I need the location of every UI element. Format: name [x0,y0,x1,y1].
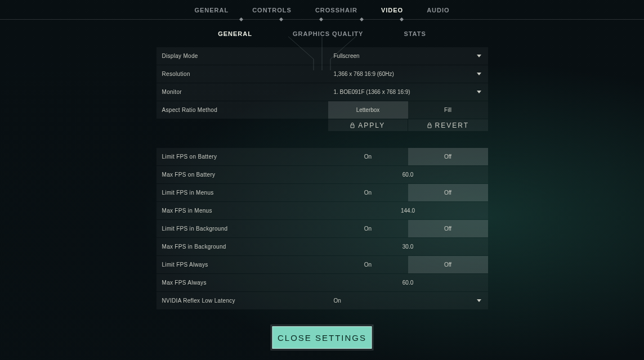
top-tab-bar: GENERAL CONTROLS CROSSHAIR VIDEO AUDIO [0,0,644,14]
chevron-down-icon [477,299,481,302]
close-settings-button[interactable]: CLOSE SETTINGS [272,326,372,349]
row-limit-fps-battery: Limit FPS on Battery On Off [156,148,488,165]
label-max-fps-always: Max FPS Always [156,280,328,286]
sub-tab-bar: GENERAL GRAPHICS QUALITY STATS [0,30,644,37]
toggle-limit-fps-bg-on[interactable]: On [328,220,408,237]
label-display-mode: Display Mode [156,53,328,59]
toggle-limit-fps-menus-off[interactable]: Off [408,184,488,201]
dropdown-display-mode[interactable]: Fullscreen [328,53,488,59]
value-max-fps-battery[interactable]: 60.0 [328,172,488,178]
label-limit-fps-bg: Limit FPS in Background [156,226,328,232]
tab-video[interactable]: VIDEO [381,7,403,14]
dropdown-monitor[interactable]: 1. BOE091F (1366 x 768 16:9) [328,89,488,95]
value-max-fps-menus[interactable]: 144.0 [328,208,488,214]
toggle-fill[interactable]: Fill [408,101,488,119]
settings-panel: Display Mode Fullscreen Resolution 1,366… [156,47,488,309]
toggle-limit-fps-always-on[interactable]: On [328,256,408,273]
chevron-down-icon [477,73,481,75]
toggle-limit-fps-menus-on[interactable]: On [328,184,408,201]
dropdown-resolution[interactable]: 1,366 x 768 16:9 (60Hz) [328,71,488,77]
lock-icon [427,123,432,128]
tab-crosshair[interactable]: CROSSHAIR [315,7,357,14]
value-max-fps-always[interactable]: 60.0 [328,280,488,286]
toggle-limit-fps-battery-off[interactable]: Off [408,148,488,165]
label-monitor: Monitor [156,89,328,95]
apply-button[interactable]: APPLY [328,119,408,131]
chevron-down-icon [477,91,481,93]
toggle-limit-fps-always-off[interactable]: Off [408,256,488,273]
label-max-fps-battery: Max FPS on Battery [156,172,328,178]
label-nvidia-reflex: NVIDIA Reflex Low Latency [156,298,328,304]
value-max-fps-bg[interactable]: 30.0 [328,244,488,250]
subtab-graphics[interactable]: GRAPHICS QUALITY [293,30,363,37]
tab-divider [0,16,644,24]
row-limit-fps-always: Limit FPS Always On Off [156,256,488,273]
row-limit-fps-bg: Limit FPS in Background On Off [156,220,488,237]
subtab-stats[interactable]: STATS [404,30,426,37]
label-aspect-ratio: Aspect Ratio Method [156,107,328,113]
tab-controls[interactable]: CONTROLS [252,7,292,14]
tab-general[interactable]: GENERAL [194,7,229,14]
dropdown-nvidia-reflex[interactable]: On [328,298,488,304]
lock-icon [350,123,355,128]
label-limit-fps-menus: Limit FPS in Menus [156,190,328,196]
revert-button[interactable]: REVERT [408,119,488,131]
toggle-limit-fps-battery-on[interactable]: On [328,148,408,165]
row-display-mode: Display Mode Fullscreen [156,47,488,65]
row-max-fps-always: Max FPS Always 60.0 [156,274,488,291]
row-resolution: Resolution 1,366 x 768 16:9 (60Hz) [156,65,488,83]
label-max-fps-menus: Max FPS in Menus [156,208,328,214]
row-max-fps-battery: Max FPS on Battery 60.0 [156,166,488,183]
row-aspect-ratio: Aspect Ratio Method Letterbox Fill [156,101,488,119]
tab-audio[interactable]: AUDIO [427,7,449,14]
toggle-letterbox[interactable]: Letterbox [328,101,408,119]
row-max-fps-bg: Max FPS in Background 30.0 [156,238,488,255]
row-limit-fps-menus: Limit FPS in Menus On Off [156,184,488,201]
row-monitor: Monitor 1. BOE091F (1366 x 768 16:9) [156,83,488,101]
row-nvidia-reflex: NVIDIA Reflex Low Latency On [156,292,488,309]
toggle-limit-fps-bg-off[interactable]: Off [408,220,488,237]
label-limit-fps-battery: Limit FPS on Battery [156,154,328,160]
chevron-down-icon [477,55,481,57]
row-max-fps-menus: Max FPS in Menus 144.0 [156,202,488,219]
label-limit-fps-always: Limit FPS Always [156,262,328,268]
label-max-fps-bg: Max FPS in Background [156,244,328,250]
apply-revert-row: APPLY REVERT [328,119,488,131]
label-resolution: Resolution [156,71,328,77]
subtab-general[interactable]: GENERAL [218,30,252,37]
